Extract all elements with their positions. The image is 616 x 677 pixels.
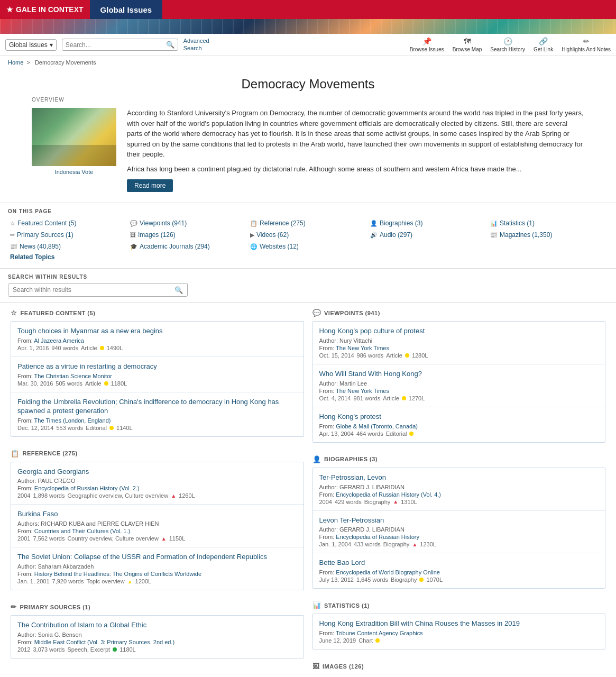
bio-item-2-title[interactable]: Levon Ter-Petrossian — [319, 516, 599, 525]
featured-item-1-title[interactable]: Tough choices in Myanmar as a new era be… — [17, 327, 297, 336]
scope-dropdown[interactable]: Global Issues ▾ — [5, 39, 57, 51]
read-more-button[interactable]: Read more — [127, 179, 173, 192]
nav-reference[interactable]: 📋 Reference (275) — [248, 218, 368, 228]
viewpoints-link: Viewpoints (941) — [140, 219, 187, 227]
vp-item-3-source-link[interactable]: Globe & Mail (Toronto, Canada) — [336, 423, 418, 429]
stats-item-1-source-link[interactable]: Tribune Content Agency Graphics — [336, 630, 423, 636]
reference-item-2-author: Authors: RICHARD KUBA and PIERRE CLAVER … — [17, 520, 297, 527]
reference-item-1-title[interactable]: Georgia and Georgians — [17, 468, 297, 477]
browse-map-icon: 🗺 — [464, 37, 471, 45]
search-button[interactable]: 🔍 — [163, 39, 178, 50]
nav-audio[interactable]: 🔊 Audio (297) — [368, 230, 488, 240]
vp-item-1-source-link[interactable]: The New York Times — [336, 345, 389, 351]
images-title: IMAGES (126) — [323, 663, 364, 670]
reference-cards: Georgia and Georgians Author: PAUL CREGO… — [11, 462, 304, 591]
browse-map-nav[interactable]: 🗺 Browse Map — [453, 37, 482, 52]
images-section: 🖼 IMAGES (126) — [308, 656, 610, 677]
main-search-input[interactable] — [62, 40, 163, 50]
bio-item-1-source-link[interactable]: Encyclopedia of Russian History (Vol. 4.… — [336, 491, 441, 498]
nav-websites[interactable]: 🌐 Websites (12) — [248, 242, 368, 251]
search-history-nav[interactable]: 🕐 Search History — [490, 37, 525, 52]
reference-item-2-source-link[interactable]: Countries and Their Cultures (Vol. 1.) — [34, 528, 130, 534]
level-indicator — [104, 381, 108, 386]
table-row: Bette Bao Lord From: Encyclopedia of Wor… — [313, 553, 605, 588]
stats-item-1-title[interactable]: Hong Kong Extradition Bill with China Ro… — [319, 619, 599, 628]
nav-academic-journals[interactable]: 🎓 Academic Journals (294) — [128, 242, 248, 251]
viewpoints-cards: Hong Kong's pop culture of protest Autho… — [312, 321, 606, 443]
nav-magazines[interactable]: 📰 Magazines (1,350) — [488, 230, 608, 240]
reference-item-3-source-link[interactable]: History Behind the Headlines: The Origin… — [34, 571, 201, 577]
overview-content: Indonesia Vote According to Stanford Uni… — [32, 108, 584, 192]
vp-item-3-meta: Apr. 13, 2004 464 words Editorial — [319, 431, 599, 437]
statistics-cards: Hong Kong Extradition Bill with China Ro… — [312, 614, 606, 649]
reference-item-1-source-link[interactable]: Encyclopedia of Russian History (Vol. 2.… — [34, 485, 140, 491]
bio-item-3-source-link[interactable]: Encyclopedia of World Biography Online — [336, 569, 440, 575]
vp-item-3-title[interactable]: Hong Kong's protest — [319, 413, 599, 422]
vp-item-1-author: Author: Nury Vittachi — [319, 337, 599, 344]
audio-nav-icon: 🔊 — [370, 232, 378, 239]
primary-item-1-author: Author: Sonia G. Benson — [17, 632, 297, 638]
table-row: Who Will Stand With Hong Kong? Author: M… — [313, 364, 605, 407]
nav-videos[interactable]: ▶ Videos (62) — [248, 230, 368, 240]
viewpoints-header: 💬 VIEWPOINTS (941) — [312, 309, 606, 317]
vp-item-3-source: From: Globe & Mail (Toronto, Canada) — [319, 423, 599, 429]
nav-viewpoints[interactable]: 💬 Viewpoints (941) — [128, 218, 248, 228]
bio-item-2-meta: Jan. 1, 2004 433 words Biography ▲ 1230L — [319, 541, 599, 547]
browse-issues-nav[interactable]: 📌 Browse Issues — [410, 37, 444, 52]
featured-item-2-source: From: The Christian Science Monitor — [17, 373, 297, 379]
vp-item-2-title[interactable]: Who Will Stand With Hong Kong? — [319, 370, 599, 379]
main-search-wrap: 🔍 — [62, 39, 178, 51]
reference-item-3-title[interactable]: The Soviet Union: Collapse of the USSR a… — [17, 553, 297, 562]
bio-item-1-title[interactable]: Ter-Petrossian, Levon — [319, 473, 599, 482]
vp-item-1-title[interactable]: Hong Kong's pop culture of protest — [319, 327, 599, 336]
viewpoints-nav-icon: 💬 — [130, 220, 137, 227]
statistics-title: STATISTICS (1) — [324, 602, 370, 609]
highlights-notes-nav[interactable]: ✏ Highlights And Notes — [562, 37, 611, 52]
nav-news[interactable]: 📰 News (40,895) — [8, 242, 128, 251]
search-within-input[interactable] — [8, 283, 170, 296]
search-bar: Global Issues ▾ 🔍 AdvancedSearch 📌 Brows… — [0, 34, 616, 56]
featured-item-2-source-link[interactable]: The Christian Science Monitor — [34, 373, 112, 379]
biographies-title: BIOGRAPHIES (3) — [324, 456, 378, 462]
table-row: Burkina Faso Authors: RICHARD KUBA and P… — [11, 505, 304, 547]
page-title-section: Democracy Movements — [0, 69, 616, 97]
primary-item-1-title[interactable]: The Contribution of Islam to a Global Et… — [17, 621, 297, 630]
nav-images[interactable]: 🖼 Images (126) — [128, 230, 248, 240]
search-within-button[interactable]: 🔍 — [170, 284, 187, 296]
overview-paragraph2: Africa has long been a continent plagued… — [127, 164, 584, 175]
nav-primary-sources[interactable]: ✏ Primary Sources (1) — [8, 230, 128, 240]
get-link-nav[interactable]: 🔗 Get Link — [534, 37, 553, 52]
nav-statistics[interactable]: 📊 Statistics (1) — [488, 218, 608, 228]
images-header: 🖼 IMAGES (126) — [312, 662, 606, 670]
table-row: Ter-Petrossian, Levon Author: GERARD J. … — [313, 468, 605, 511]
nav-biographies[interactable]: 👤 Biographies (3) — [368, 218, 488, 228]
gale-logo: ★ GALE IN CONTEXT — [0, 0, 90, 19]
breadcrumb-separator: > — [26, 59, 30, 66]
featured-item-3-source-link[interactable]: The Times (London, England) — [34, 417, 111, 424]
related-topics-link[interactable]: Related Topics — [8, 252, 608, 262]
primary-sources-cards: The Contribution of Islam to a Global Et… — [11, 615, 304, 658]
featured-item-3-title[interactable]: Folding the Umbrella Revolution; China's… — [17, 398, 297, 416]
featured-item-1-source-link[interactable]: Al Jazeera America — [34, 337, 84, 344]
page-title: Democracy Movements — [0, 77, 616, 92]
level-indicator — [375, 638, 380, 643]
bio-item-3-source: From: Encyclopedia of World Biography On… — [319, 569, 599, 575]
image-caption[interactable]: Indonesia Vote — [55, 169, 94, 175]
nav-featured-content[interactable]: ☆ Featured Content (5) — [8, 218, 128, 228]
breadcrumb: Home > Democracy Movements — [0, 56, 616, 69]
primary-item-1-source-link[interactable]: Middle East Conflict (Vol. 3: Primary So… — [34, 639, 174, 645]
vp-item-2-source-link[interactable]: The New York Times — [336, 388, 389, 394]
breadcrumb-home[interactable]: Home — [8, 59, 23, 66]
overview-image-wrap: Indonesia Vote — [32, 108, 116, 175]
bio-item-2-source-link[interactable]: Encyclopedia of Russian History — [336, 534, 419, 540]
featured-item-2-title[interactable]: Patience as a virtue in restarting a dem… — [17, 362, 297, 371]
overview-section: OVERVIEW Indonesia Vote According to Sta… — [0, 97, 616, 203]
main-content: ☆ FEATURED CONTENT (5) Tough choices in … — [0, 303, 616, 677]
advanced-search-link[interactable]: AdvancedSearch — [183, 38, 209, 51]
reference-item-2-title[interactable]: Burkina Faso — [17, 510, 297, 519]
right-column: 💬 VIEWPOINTS (941) Hong Kong's pop cultu… — [308, 303, 610, 677]
bio-item-3-title[interactable]: Bette Bao Lord — [319, 559, 599, 568]
browse-map-label: Browse Map — [453, 47, 482, 52]
audio-link: Audio (297) — [380, 231, 412, 239]
level-indicator — [109, 426, 114, 430]
